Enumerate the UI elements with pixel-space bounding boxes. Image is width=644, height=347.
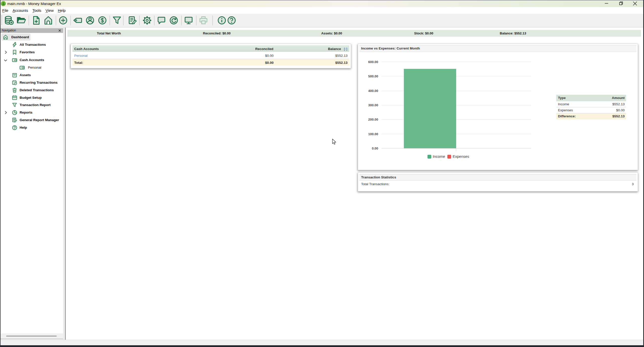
svg-text:$: $ xyxy=(2,2,4,6)
